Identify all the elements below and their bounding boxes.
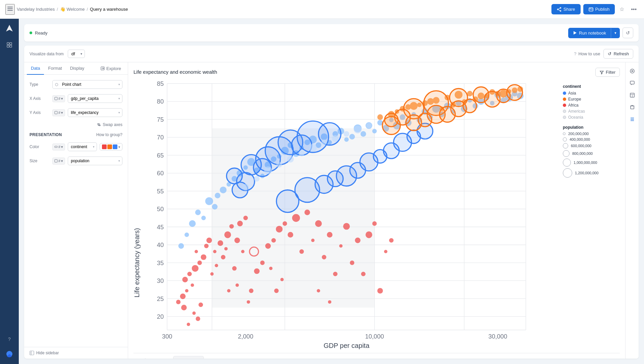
run-label: Run notebook [579, 31, 606, 36]
svg-text:80: 80 [157, 98, 164, 105]
legend-pop-600m: 600,000,000 [563, 143, 616, 148]
share-button[interactable]: Share [551, 4, 581, 14]
svg-point-78 [204, 244, 209, 248]
svg-point-119 [327, 232, 333, 238]
svg-point-98 [249, 289, 253, 293]
svg-marker-274 [632, 70, 634, 72]
svg-point-112 [300, 249, 304, 254]
hide-sidebar-button[interactable]: Hide sidebar [24, 347, 128, 359]
status-bar: Ready Run notebook ▾ ↺ [24, 24, 639, 42]
breadcrumb-company[interactable]: Vandelay Industries [17, 7, 55, 12]
svg-rect-12 [7, 43, 9, 45]
svg-point-114 [311, 239, 315, 242]
viz-bottom: LAYERS Point ••• + [133, 353, 620, 359]
svg-point-106 [269, 267, 272, 270]
visualize-label: Visualize data from [30, 52, 64, 56]
svg-point-254 [439, 107, 455, 122]
x-axis-select[interactable]: gdp_per_capita [68, 94, 122, 103]
right-icon-table[interactable] [628, 90, 637, 100]
topbar-right: Share Publish ☆ ••• [551, 4, 639, 14]
tab-format[interactable]: Format [44, 62, 66, 75]
svg-text:2,000: 2,000 [238, 333, 253, 340]
svg-text:60: 60 [157, 170, 164, 177]
svg-point-129 [372, 221, 377, 226]
swap-axes-button[interactable]: Swap axes [97, 122, 122, 127]
run-dropdown[interactable]: ▾ [611, 28, 620, 38]
status-indicator [30, 32, 32, 34]
legend-americas: Americas [563, 109, 616, 114]
svg-point-76 [201, 254, 207, 260]
svg-point-253 [418, 113, 432, 127]
size-select[interactable]: population [68, 157, 122, 165]
color-select[interactable]: continent [68, 142, 97, 151]
sidebar-bottom: ? [3, 333, 15, 360]
svg-point-107 [235, 284, 239, 287]
filter-label: Filter [606, 70, 615, 75]
svg-point-168 [372, 129, 377, 133]
y-axis-select-wrap: life_expectancy ▾ [68, 108, 122, 117]
tab-explore[interactable]: Explore [97, 62, 125, 74]
svg-point-138 [205, 197, 213, 205]
more-options-button[interactable]: ••• [629, 4, 639, 14]
right-icon-comment[interactable] [628, 78, 637, 88]
refresh-label: Refresh [613, 51, 629, 56]
svg-point-83 [187, 323, 190, 326]
filter-button[interactable]: Filter [595, 68, 620, 77]
bookmark-button[interactable]: ☆ [618, 4, 626, 14]
sidebar-icon-help[interactable]: ? [3, 333, 15, 345]
breadcrumb-welcome[interactable]: 👋 Welcome [60, 7, 85, 12]
svg-point-122 [343, 223, 350, 230]
type-select[interactable]: Point chart [52, 80, 122, 89]
svg-rect-9 [590, 8, 591, 9]
africa-icon [563, 104, 566, 107]
how-to-group-link[interactable]: How to group? [96, 132, 122, 137]
y-type-tag[interactable]: # ▾ [52, 109, 65, 116]
svg-point-251 [382, 117, 400, 134]
oceania-icon [563, 116, 566, 119]
run-notebook-button[interactable]: Run notebook ▾ [568, 28, 620, 38]
presentation-header: PRESENTATION How to group? [30, 132, 122, 137]
df-select[interactable]: df [68, 50, 85, 58]
svg-point-99 [254, 268, 260, 274]
size-type-tag[interactable]: # ▾ [52, 158, 65, 165]
svg-point-77 [195, 250, 198, 253]
svg-point-127 [366, 231, 372, 238]
add-layer-button[interactable]: + [207, 356, 215, 359]
layers-tab[interactable]: LAYERS [139, 356, 170, 359]
svg-point-97 [241, 250, 245, 253]
x-type-tag[interactable]: # ▾ [52, 95, 65, 102]
sidebar-icon-grid[interactable] [3, 39, 15, 51]
breadcrumb-sep1: / [57, 7, 58, 12]
refresh-button[interactable]: ↺ Refresh [603, 49, 633, 59]
point-tab[interactable]: Point ••• [173, 356, 204, 359]
svg-point-4 [560, 10, 561, 11]
presentation-title: PRESENTATION [30, 132, 62, 137]
how-to-use-button[interactable]: ? How to use [574, 51, 600, 56]
y-axis-select[interactable]: life_expectancy [68, 108, 122, 117]
publish-button[interactable]: Publish [583, 4, 615, 14]
controls-panel: Data Format Display Explore [24, 62, 128, 359]
menu-icon[interactable] [5, 4, 15, 15]
svg-text:70: 70 [157, 134, 164, 141]
svg-rect-19 [55, 97, 57, 100]
color-swatch[interactable]: ▾ [100, 143, 122, 150]
right-icon-list[interactable] [628, 115, 637, 124]
svg-point-111 [292, 214, 300, 222]
refresh-top-button[interactable]: ↺ [623, 27, 633, 38]
svg-rect-20 [55, 111, 57, 114]
how-to-use-label: How to use [578, 51, 600, 56]
right-icon-play[interactable] [628, 66, 637, 76]
svg-point-263 [287, 156, 294, 163]
color-type-tag[interactable]: # ▾ [52, 143, 65, 150]
tab-display[interactable]: Display [66, 62, 89, 75]
svg-point-104 [271, 238, 276, 242]
svg-line-6 [558, 8, 560, 9]
tab-data[interactable]: Data [27, 62, 44, 75]
svg-point-125 [317, 289, 320, 292]
svg-point-90 [229, 224, 234, 229]
svg-point-69 [180, 294, 186, 299]
asia-icon [563, 92, 566, 95]
size-select-wrap: population ▾ [68, 157, 122, 165]
right-icon-trash[interactable] [628, 103, 637, 112]
sidebar-icon-user[interactable] [3, 348, 15, 360]
